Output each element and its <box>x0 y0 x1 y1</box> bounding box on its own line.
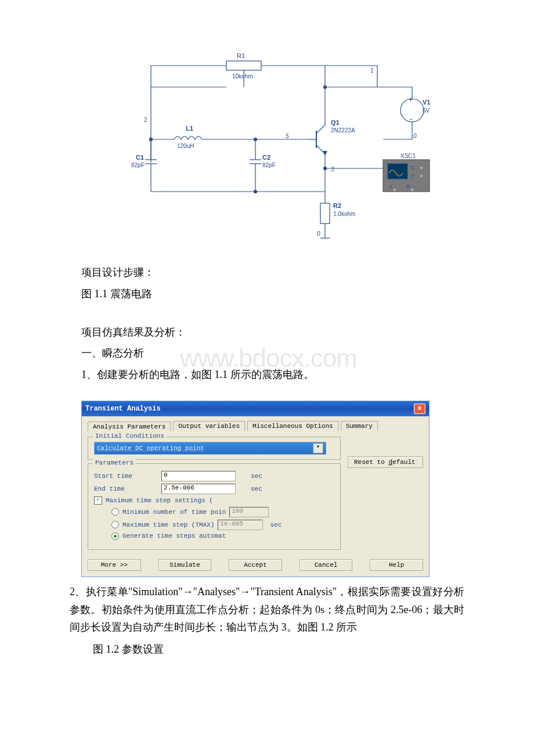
chevron-down-icon[interactable]: ▾ <box>313 443 323 453</box>
svg-point-45 <box>254 190 257 193</box>
svg-text:120uH: 120uH <box>177 143 194 149</box>
svg-text:1.0kohm: 1.0kohm <box>333 211 355 217</box>
svg-text:R1: R1 <box>237 52 245 59</box>
figure-1-2-caption: 图 1.2 参数设置 <box>93 641 488 658</box>
svg-point-44 <box>254 138 257 141</box>
more-button[interactable]: More >> <box>88 559 141 571</box>
svg-text:3: 3 <box>331 166 334 172</box>
svg-text:5: 5 <box>286 133 289 139</box>
svg-text:2N2222A: 2N2222A <box>331 127 355 134</box>
svg-text:10kohm: 10kohm <box>232 73 253 80</box>
simulate-button[interactable]: Simulate <box>158 559 212 571</box>
svg-text:1: 1 <box>370 67 374 74</box>
svg-rect-0 <box>226 61 261 70</box>
accept-button[interactable]: Accept <box>229 559 282 571</box>
svg-rect-29 <box>388 164 407 179</box>
svg-point-43 <box>150 138 153 141</box>
end-time-label: End time <box>94 485 158 492</box>
radio-icon <box>111 521 119 528</box>
sim-results-heading: 项目仿真结果及分析： <box>81 324 488 341</box>
svg-rect-40 <box>320 203 330 224</box>
svg-point-33 <box>420 175 423 177</box>
svg-text:82pF: 82pF <box>262 162 276 168</box>
checkbox-icon: ✓ <box>94 496 102 505</box>
svg-text:T: T <box>411 173 414 179</box>
sec-unit: sec <box>251 485 262 492</box>
svg-text:L1: L1 <box>186 125 193 132</box>
svg-text:C1: C1 <box>136 154 144 161</box>
svg-text:Q1: Q1 <box>331 119 340 126</box>
svg-text:XSC1: XSC1 <box>400 153 416 159</box>
svg-text:6V: 6V <box>423 107 430 114</box>
initial-conditions-group: Initial Conditions Calculate DC operatin… <box>88 437 341 460</box>
svg-text:V1: V1 <box>423 99 430 106</box>
svg-text:0: 0 <box>317 231 320 237</box>
svg-point-37 <box>411 189 413 191</box>
start-time-label: Start time <box>94 473 158 480</box>
min-points-input: 100 <box>229 507 269 517</box>
radio-icon <box>111 508 119 516</box>
tab-misc-options[interactable]: Miscellaneous Options <box>247 421 338 431</box>
svg-text:C2: C2 <box>262 154 270 161</box>
circuit-diagram: R1 10kohm 2 1 + - V1 6V 0 L1 120uH 5 <box>110 46 435 253</box>
parameters-label: Parameters <box>93 459 136 466</box>
steps-heading: 项目设计步骤： <box>81 264 488 281</box>
close-button[interactable]: × <box>414 404 425 414</box>
svg-point-35 <box>394 189 396 191</box>
start-time-input[interactable]: 0 <box>161 471 236 481</box>
svg-text:82pF: 82pF <box>131 162 145 168</box>
parameters-group: Parameters Start time 0 sec End time 2.5… <box>88 463 341 550</box>
svg-text:A: A <box>389 183 392 189</box>
dialog-titlebar: Transient Analysis × <box>82 401 429 416</box>
cancel-button[interactable]: Cancel <box>300 559 353 571</box>
radio-icon <box>111 532 119 540</box>
svg-text:R2: R2 <box>333 202 341 209</box>
initial-conditions-select[interactable]: Calculate DC operating point ▾ <box>94 442 326 455</box>
figure-1-1-caption: 图 1.1 震荡电路 <box>81 286 488 303</box>
generate-auto-radio[interactable]: Generate time steps automat <box>111 532 334 540</box>
min-points-radio[interactable]: Minimum number of time poin 100 <box>111 507 334 517</box>
step-1-text: 1、创建要分析的电路，如图 1.1 所示的震荡电路。 <box>81 366 488 383</box>
svg-point-31 <box>420 167 423 169</box>
transient-analysis-dialog: Transient Analysis × Analysis Parameters… <box>81 401 430 577</box>
step-2-text: 2、执行菜单"Simulation"→"Analyses"→"Transient… <box>70 583 464 636</box>
initial-conditions-label: Initial Conditions <box>93 433 167 440</box>
sec-unit: sec <box>251 473 262 480</box>
end-time-input[interactable]: 2.5e-006 <box>161 484 236 494</box>
tab-summary[interactable]: Summary <box>341 421 378 431</box>
max-step-checkbox[interactable]: ✓ Maximum time step settings ( <box>94 496 334 505</box>
svg-marker-17 <box>323 151 327 156</box>
dialog-tabs: Analysis Parameters Output variables Mis… <box>88 421 423 431</box>
tab-analysis-parameters[interactable]: Analysis Parameters <box>88 422 171 431</box>
dialog-title: Transient Analysis <box>85 405 161 413</box>
reset-default-button[interactable]: Reset to default <box>348 456 423 468</box>
max-tmax-radio[interactable]: Maximum time step (TMAX) 1e-005 sec <box>111 520 334 530</box>
tab-output-variables[interactable]: Output variables <box>173 421 245 431</box>
section-1-title: 一、瞬态分析 <box>81 347 144 359</box>
svg-point-46 <box>324 167 327 170</box>
svg-text:+: + <box>409 96 413 104</box>
svg-text:B: B <box>406 183 410 189</box>
help-button[interactable]: Help <box>370 559 423 571</box>
svg-text:2: 2 <box>144 117 147 123</box>
tmax-input: 1e-005 <box>218 520 263 530</box>
svg-point-47 <box>324 86 327 89</box>
svg-text:G: G <box>411 165 415 171</box>
svg-text:0: 0 <box>413 133 417 139</box>
